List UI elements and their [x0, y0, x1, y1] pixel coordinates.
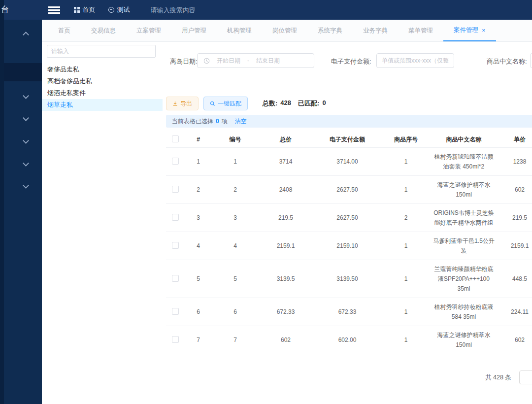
cell-product-seq: 1 [382, 158, 430, 165]
cell-code: 4 [212, 242, 259, 249]
selection-suffix: 项 [222, 117, 228, 126]
cell-index: 6 [185, 308, 212, 315]
cell-code: 7 [212, 337, 259, 343]
tree-search-input[interactable] [47, 45, 156, 58]
topnav-test[interactable]: 测试 [108, 5, 130, 14]
chevron-icon[interactable] [23, 182, 29, 189]
export-button[interactable]: 导出 [166, 97, 199, 110]
cell-payment-amount: 2159.10 [313, 242, 382, 249]
table-row: 2 2 2408 2627.50 1 海蓝之谜修护精萃水 150ml 602 [166, 176, 532, 204]
cell-product-seq: 1 [382, 186, 430, 193]
active-tab-label: 案件管理 [454, 26, 478, 34]
search-icon [210, 101, 215, 106]
page-size-select[interactable] [519, 370, 532, 384]
tab-item[interactable]: 立案管理 [126, 20, 171, 41]
tab-item[interactable]: 岗位管理 [262, 20, 307, 41]
case-type-panel: 奢侈品走私高档奢侈品走私烟酒走私案件烟草走私 [42, 42, 163, 404]
cell-product-seq: 1 [382, 275, 430, 282]
results-table: # 编号 总价 电子支付金额 商品序号 商品中文名称 单价 1 1 3714 3… [166, 132, 532, 347]
select-all-checkbox[interactable] [172, 135, 179, 142]
cell-total-price: 3139.5 [259, 275, 313, 282]
cell-code: 6 [212, 308, 259, 315]
cell-unit-price: 602 [498, 186, 532, 193]
cell-product-name: 海蓝之谜修护精萃水 150ml [430, 326, 498, 347]
tree-item[interactable]: 高档奢侈品走私 [42, 75, 163, 87]
pagination: 共 428 条 [485, 370, 532, 384]
chevron-icon[interactable] [23, 32, 29, 38]
tab-item[interactable]: 用户管理 [171, 20, 217, 41]
tab-item[interactable]: 菜单管理 [398, 20, 443, 41]
cell-unit-price: 1238 [498, 158, 532, 165]
cell-index: 5 [185, 275, 212, 282]
match-button[interactable]: 一键匹配 [203, 97, 248, 110]
row-checkbox[interactable] [172, 308, 179, 315]
tab-case-management-active[interactable]: 案件管理 × [443, 20, 496, 41]
row-checkbox[interactable] [172, 242, 179, 249]
global-search-input[interactable] [151, 6, 230, 14]
cell-code: 3 [212, 214, 259, 221]
total-value: 428 [280, 99, 291, 108]
cell-product-name: 兰蔻菁纯臻颜精华粉底液SPF20PA+++100 35ml [430, 260, 498, 298]
cell-product-seq: 1 [382, 308, 430, 315]
totals-text: 总数: 428 已匹配: 0 [263, 99, 326, 108]
close-tab-icon[interactable]: × [482, 27, 486, 34]
product-name-filter-input[interactable] [530, 53, 532, 68]
matched-label: 已匹配: [298, 99, 319, 108]
tab-item[interactable]: 业务字典 [353, 20, 398, 41]
tab-item[interactable]: 首页 [48, 20, 81, 41]
col-unit: 单价 [498, 135, 532, 144]
cell-unit-price: 219.5 [498, 214, 532, 221]
date-filter-label: 离岛日期: [170, 57, 198, 66]
tree-item[interactable]: 奢侈品走私 [42, 64, 163, 75]
row-checkbox[interactable] [172, 158, 179, 165]
tab-item[interactable]: 机构管理 [217, 20, 262, 41]
cell-product-name: ORIGINS韦博士灵芝焕能好底子精华水两件组 [430, 204, 498, 232]
chevron-icon[interactable] [23, 160, 29, 167]
tab-bar: 首页交易信息立案管理用户管理机构管理岗位管理系统字典业务字典菜单管理 案件管理 … [42, 20, 532, 42]
tree-item[interactable]: 烟草走私 [42, 99, 163, 111]
cell-total-price: 3714 [259, 158, 313, 165]
cell-code: 5 [212, 275, 259, 282]
chevron-icon[interactable] [23, 115, 29, 121]
date-range-picker[interactable]: 开始日期 - 结束日期 [197, 53, 314, 68]
cell-total-price: 2408 [259, 186, 313, 193]
table-header: # 编号 总价 电子支付金额 商品序号 商品中文名称 单价 [166, 132, 532, 148]
selection-prefix: 当前表格已选择 [172, 117, 213, 126]
cell-payment-amount: 2627.50 [313, 186, 382, 193]
date-separator: - [247, 57, 249, 64]
cell-total-price: 2159.1 [259, 242, 313, 249]
tab-item[interactable]: 交易信息 [81, 20, 126, 41]
col-total: 总价 [259, 135, 313, 144]
match-button-label: 一键匹配 [218, 100, 241, 108]
row-checkbox[interactable] [172, 186, 179, 193]
row-checkbox[interactable] [172, 214, 179, 221]
tab-item[interactable]: 系统字典 [307, 20, 353, 41]
chevron-icon[interactable] [23, 137, 29, 144]
table-row: 5 5 3139.5 3139.50 1 兰蔻菁纯臻颜精华粉底液SPF20PA+… [166, 260, 532, 298]
table-row: 4 4 2159.1 2159.10 1 马爹利蓝带干邑1.5公升装 2159.… [166, 232, 532, 260]
tree-item[interactable]: 烟酒走私案件 [42, 87, 163, 99]
pagination-total-text: 共 428 条 [485, 373, 511, 382]
row-checkbox[interactable] [172, 275, 179, 282]
clear-selection-link[interactable]: 清空 [235, 117, 247, 126]
sidebar-active-item[interactable] [0, 63, 42, 81]
cell-payment-amount: 602.00 [313, 337, 382, 343]
table-row: 1 1 3714 3714.00 1 植村秀新琥珀臻萃洁颜油套装 450ml*2… [166, 148, 532, 176]
date-end-placeholder: 结束日期 [256, 57, 280, 65]
menu-icon[interactable] [48, 6, 60, 8]
topnav-home[interactable]: 首页 [74, 5, 96, 14]
selection-count: 0 [216, 118, 219, 125]
cell-index: 1 [185, 158, 212, 165]
row-checkbox[interactable] [172, 336, 179, 343]
download-icon [172, 101, 178, 106]
chevron-icon[interactable] [23, 93, 29, 99]
filter-row: 离岛日期: 开始日期 - 结束日期 电子支付金额: 商品中文名称: [166, 53, 532, 69]
cell-total-price: 602 [259, 337, 313, 343]
cell-product-seq: 2 [382, 214, 430, 221]
clock-icon [203, 58, 210, 64]
main-panel: 离岛日期: 开始日期 - 结束日期 电子支付金额: 商品中文名称: 导出 [166, 42, 532, 404]
payment-filter-input[interactable] [376, 53, 454, 68]
col-name: 商品中文名称 [430, 135, 498, 144]
cell-code: 2 [212, 186, 259, 193]
payment-filter-label: 电子支付金额: [331, 57, 371, 66]
